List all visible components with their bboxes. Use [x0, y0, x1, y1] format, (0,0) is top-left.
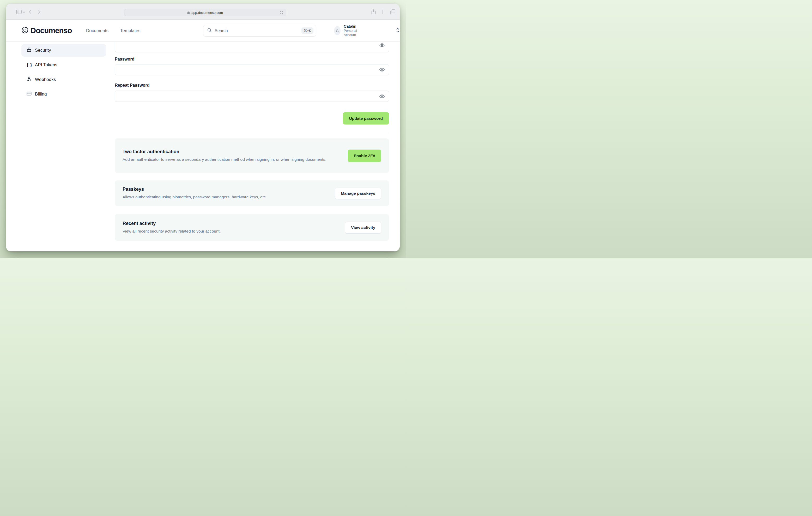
browser-window: app.documenso.com — [6, 4, 400, 251]
browser-toolbar: app.documenso.com — [6, 4, 400, 20]
toolbar-chevron-down-icon[interactable] — [23, 11, 25, 13]
webhook-icon — [27, 77, 32, 83]
eye-icon[interactable] — [379, 42, 385, 49]
repeat-password-label: Repeat Password — [115, 83, 389, 88]
share-icon[interactable] — [371, 9, 376, 15]
enable-2fa-button[interactable]: Enable 2FA — [348, 150, 381, 162]
current-password-input[interactable] — [115, 42, 389, 52]
documenso-seal-icon — [21, 27, 28, 35]
current-password-field[interactable] — [115, 42, 389, 52]
manage-passkeys-button[interactable]: Manage passkeys — [335, 188, 381, 199]
credit-card-icon — [27, 91, 32, 97]
url-bar[interactable]: app.documenso.com — [124, 9, 286, 16]
recent-activity-description: View all recent security activity relate… — [122, 228, 221, 234]
two-factor-description: Add an authenticator to serve as a secon… — [122, 157, 326, 162]
passkeys-description: Allows authenticating using biometrics, … — [122, 194, 267, 200]
search-shortcut-badge: ⌘+K — [301, 27, 313, 34]
two-factor-section: Two factor authentication Add an authent… — [115, 138, 389, 173]
brand-logo[interactable]: Documenso — [21, 20, 72, 42]
page-content: Security { } API Tokens Webhooks — [6, 42, 400, 251]
sidebar-item-label: Billing — [35, 91, 47, 97]
sidebar-toggle-icon[interactable] — [16, 10, 22, 14]
lock-icon — [27, 47, 32, 54]
user-menu[interactable]: C Catalin Personal Account — [334, 20, 400, 42]
passkeys-title: Passkeys — [122, 187, 267, 192]
search-input[interactable]: Search ⌘+K — [203, 25, 316, 36]
search-placeholder: Search — [214, 28, 299, 33]
search-icon — [207, 28, 212, 34]
security-settings-main: Password Repeat Password — [115, 42, 389, 241]
sidebar-item-security[interactable]: Security — [21, 44, 106, 57]
two-factor-title: Two factor authentication — [122, 149, 326, 155]
new-tab-icon[interactable] — [381, 10, 385, 14]
password-input[interactable] — [115, 64, 389, 75]
back-icon[interactable] — [29, 10, 32, 14]
braces-icon: { } — [27, 62, 32, 67]
app-header: Documenso Documents Templates Search ⌘+K… — [6, 20, 400, 42]
recent-activity-title: Recent activity — [122, 221, 221, 226]
tls-lock-icon — [187, 11, 190, 15]
nav-templates[interactable]: Templates — [120, 20, 140, 42]
url-text: app.documenso.com — [192, 11, 223, 15]
nav-documents[interactable]: Documents — [86, 20, 109, 42]
sidebar-item-webhooks[interactable]: Webhooks — [21, 73, 106, 86]
eye-icon[interactable] — [379, 93, 385, 100]
settings-sidebar: Security { } API Tokens Webhooks — [21, 44, 106, 103]
update-password-button[interactable]: Update password — [343, 112, 389, 125]
sidebar-item-label: Webhooks — [35, 77, 56, 82]
password-field[interactable] — [115, 64, 389, 75]
sidebar-item-label: Security — [35, 48, 51, 53]
reload-icon[interactable] — [280, 10, 284, 15]
repeat-password-field[interactable] — [115, 90, 389, 102]
sidebar-item-api-tokens[interactable]: { } API Tokens — [21, 59, 106, 71]
chevrons-up-down-icon — [396, 28, 400, 34]
tab-overview-icon[interactable] — [390, 9, 395, 15]
section-divider — [115, 132, 389, 132]
view-activity-button[interactable]: View activity — [345, 222, 381, 234]
eye-icon[interactable] — [379, 67, 385, 73]
user-name: Catalin — [344, 24, 362, 29]
passkeys-section: Passkeys Allows authenticating using bio… — [115, 180, 389, 206]
forward-icon[interactable] — [38, 10, 41, 14]
sidebar-item-label: API Tokens — [35, 62, 57, 67]
password-label: Password — [115, 57, 389, 62]
recent-activity-section: Recent activity View all recent security… — [115, 214, 389, 241]
avatar: C — [334, 26, 341, 35]
brand-name: Documenso — [30, 26, 72, 35]
sidebar-item-billing[interactable]: Billing — [21, 88, 106, 101]
repeat-password-input[interactable] — [115, 91, 389, 102]
user-account-type: Personal Account — [344, 29, 362, 37]
